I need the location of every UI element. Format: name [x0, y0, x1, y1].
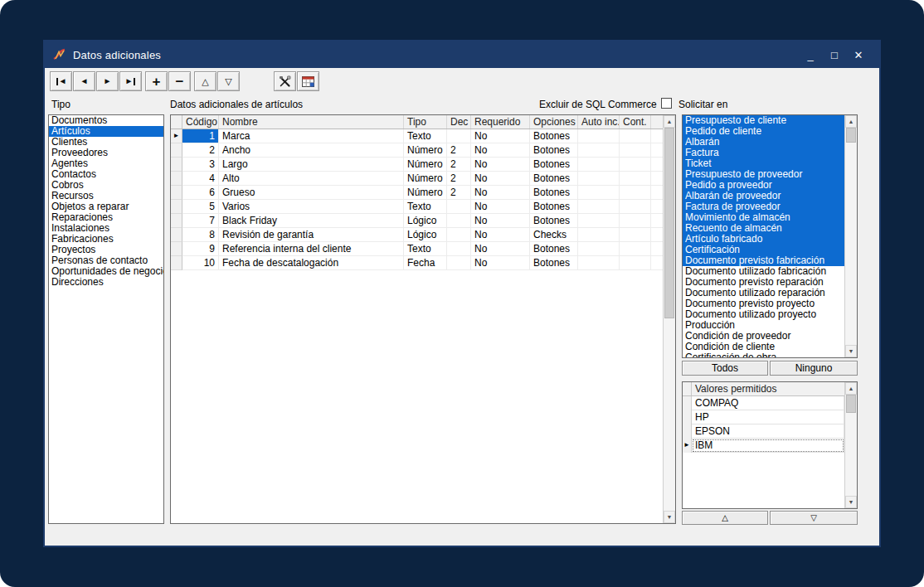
grid-cell[interactable] [578, 172, 620, 186]
grid-cell[interactable]: Texto [404, 129, 447, 143]
grid-cell[interactable] [620, 200, 651, 214]
ninguno-button[interactable]: Ninguno [770, 361, 858, 376]
scrollbar-thumb[interactable] [846, 128, 856, 143]
list-item[interactable]: COMPAQ [683, 396, 844, 410]
grid-cell[interactable]: Botones [530, 172, 578, 186]
tipo-item[interactable]: Personas de contacto [49, 255, 163, 266]
first-record-button[interactable]: ◄ [50, 71, 72, 91]
solicitar-item[interactable]: Factura de proveedor [683, 201, 844, 212]
grid-cell[interactable]: Botones [530, 214, 578, 228]
last-record-button[interactable]: ► [119, 71, 142, 91]
grid-cell[interactable]: No [471, 256, 530, 270]
column-header[interactable]: Auto inc. [578, 115, 620, 129]
tools-button[interactable] [274, 71, 296, 91]
solicitar-item[interactable]: Documento previsto fabricación [683, 255, 844, 266]
tipo-item[interactable]: Recursos [49, 191, 163, 201]
solicitar-item[interactable]: Producción [683, 320, 844, 331]
tipo-item[interactable]: Documentos [49, 115, 163, 126]
valores-cell[interactable]: COMPAQ [692, 396, 844, 410]
valores-vscrollbar[interactable]: ▲ ▼ [844, 382, 857, 508]
grid-cell[interactable] [620, 129, 651, 143]
scroll-up-icon[interactable]: ▲ [664, 115, 675, 128]
grid-cell[interactable]: 7 [182, 214, 219, 228]
grid-cell[interactable]: 1 [182, 129, 219, 143]
grid-cell[interactable]: No [471, 143, 530, 158]
solicitar-item[interactable]: Documento utilizado fabricación [683, 266, 844, 277]
grid-cell[interactable] [447, 200, 471, 214]
grid-cell[interactable]: Número [404, 172, 447, 186]
solicitar-item[interactable]: Certificación [683, 245, 844, 255]
move-down-button[interactable]: ▽ [217, 71, 240, 91]
grid-cell[interactable] [578, 186, 620, 200]
grid-cell[interactable]: Referencia interna del cliente [219, 242, 404, 256]
grid-cell[interactable] [447, 242, 471, 256]
scroll-down-icon[interactable]: ▼ [845, 496, 857, 508]
grid-cell[interactable] [578, 129, 620, 143]
grid-cell[interactable]: 6 [182, 186, 219, 200]
solicitar-item[interactable]: Presupuesto de cliente [683, 115, 844, 126]
tipo-item[interactable]: Oportunidades de negocio [49, 266, 163, 277]
grid-cell[interactable]: No [471, 158, 530, 172]
column-header[interactable]: Opciones [530, 115, 578, 129]
grid-cell[interactable] [447, 214, 471, 228]
grid-cell[interactable]: Fecha [404, 256, 447, 270]
tipo-item[interactable]: Agentes [49, 158, 163, 169]
grid-cell[interactable]: Ancho [219, 143, 404, 158]
move-up-button[interactable]: △ [194, 71, 216, 91]
grid-cell[interactable]: Marca [219, 129, 404, 143]
tipo-item[interactable]: Direcciones [49, 277, 163, 288]
grid-cell[interactable]: Texto [404, 242, 447, 256]
minimize-button[interactable]: _ [805, 49, 816, 61]
column-header[interactable]: Nombre [219, 115, 404, 129]
tipo-item[interactable]: Clientes [49, 137, 163, 148]
valores-cell[interactable]: HP [692, 410, 844, 424]
solicitar-item[interactable]: Recuento de almacén [683, 223, 844, 234]
grid-cell[interactable]: No [471, 214, 530, 228]
grid-cell[interactable]: Grueso [219, 186, 404, 200]
list-item[interactable]: ►IBM [683, 439, 844, 453]
grid-cell[interactable] [447, 256, 471, 270]
grid-cell[interactable]: No [471, 129, 530, 143]
solicitar-item[interactable]: Artículo fabricado [683, 234, 844, 245]
titlebar[interactable]: Datos adicionales _ □ ✕ [45, 41, 879, 68]
tipo-item[interactable]: Cobros [49, 180, 163, 191]
grid-cell[interactable]: 2 [182, 143, 219, 158]
maximize-button[interactable]: □ [829, 49, 840, 61]
grid-cell[interactable] [620, 214, 651, 228]
scrollbar-thumb[interactable] [846, 395, 856, 413]
tipo-item[interactable]: Proveedores [49, 148, 163, 158]
grid-vscrollbar[interactable]: ▲ ▼ [663, 115, 675, 523]
solicitar-item[interactable]: Pedido de cliente [683, 126, 844, 137]
grid-cell[interactable] [447, 129, 471, 143]
list-item[interactable]: EPSON [683, 424, 844, 439]
prior-record-button[interactable]: ◄ [73, 71, 95, 91]
grid-cell[interactable]: Número [404, 143, 447, 158]
solicitar-item[interactable]: Condición de cliente [683, 342, 844, 352]
grid-cell[interactable]: Número [404, 158, 447, 172]
grid-cell[interactable] [620, 172, 651, 186]
grid-cell[interactable] [620, 242, 651, 256]
valores-cell[interactable]: IBM [692, 439, 844, 453]
scrollbar-track[interactable] [845, 128, 857, 345]
solicitar-item[interactable]: Movimiento de almacén [683, 212, 844, 223]
grid-cell[interactable]: 3 [182, 158, 219, 172]
grid-cell[interactable] [620, 256, 651, 270]
column-header[interactable]: Cont. [620, 115, 651, 129]
grid-cell[interactable]: 8 [182, 228, 219, 242]
solicitar-item[interactable]: Albarán [683, 137, 844, 148]
grid-cell[interactable]: Lógico [404, 228, 447, 242]
tipo-item[interactable]: Objetos a reparar [49, 201, 163, 212]
close-button[interactable]: ✕ [853, 49, 864, 61]
excluir-sql-checkbox[interactable] [661, 98, 672, 109]
next-record-button[interactable]: ► [96, 71, 119, 91]
solicitar-item[interactable]: Documento utilizado reparación [683, 288, 844, 298]
grid-cell[interactable]: 4 [182, 172, 219, 186]
grid-cell[interactable]: Fecha de descatalogación [219, 256, 404, 270]
grid-cell[interactable]: 10 [182, 256, 219, 270]
tipo-item[interactable]: Contactos [49, 169, 163, 180]
solicitar-item[interactable]: Documento utilizado proyecto [683, 309, 844, 320]
grid-cell[interactable] [578, 256, 620, 270]
grid-cell[interactable]: Botones [530, 158, 578, 172]
grid-cell[interactable] [620, 186, 651, 200]
grid-cell[interactable]: No [471, 228, 530, 242]
